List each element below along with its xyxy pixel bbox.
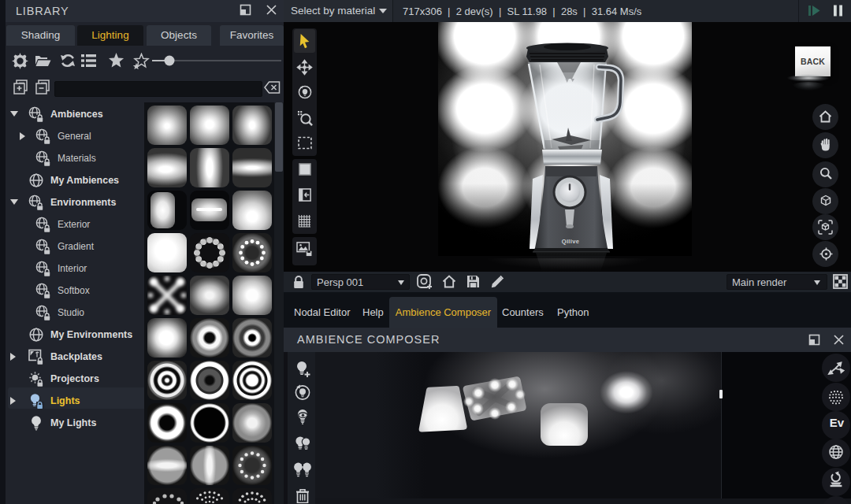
- svg-text:Qilive: Qilive: [562, 238, 579, 245]
